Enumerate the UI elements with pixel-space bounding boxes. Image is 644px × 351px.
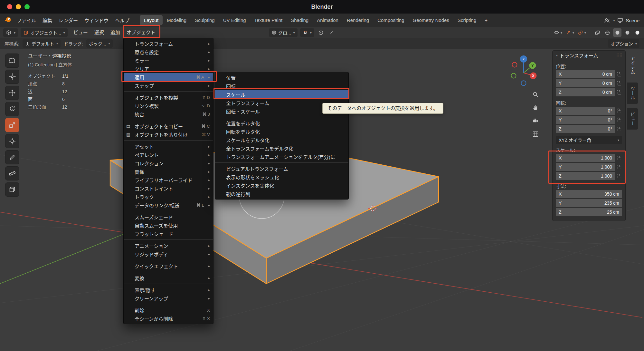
topbar-menu-3[interactable]: レンダー bbox=[55, 15, 81, 25]
workspace-tab-3[interactable]: Sculpting bbox=[191, 15, 219, 25]
camera-view-button[interactable] bbox=[531, 116, 540, 125]
editor-type-button[interactable]: ▾ bbox=[3, 28, 18, 37]
dimensions-x-field[interactable]: X350 cm bbox=[556, 190, 622, 198]
shading-material-button[interactable] bbox=[623, 28, 631, 37]
menu-item[interactable]: スケール bbox=[215, 90, 348, 99]
menu-item[interactable]: アニメーション▸ bbox=[124, 241, 213, 250]
pan-button[interactable] bbox=[531, 103, 540, 112]
sidebar-tab-1[interactable]: アイテム bbox=[627, 52, 638, 78]
transform-orientation-dropdown[interactable]: グロ... ▾ bbox=[269, 28, 298, 37]
add-cube-tool-button[interactable] bbox=[5, 182, 19, 197]
viewport-menu-3[interactable]: 追加 bbox=[107, 27, 123, 38]
lock-toggle[interactable] bbox=[616, 156, 622, 160]
viewport-menu-2[interactable]: 選択 bbox=[91, 27, 107, 38]
menu-item[interactable]: 親の逆行列 bbox=[215, 190, 348, 198]
workspace-tab-9[interactable]: Compositing bbox=[373, 15, 408, 25]
location-x-field[interactable]: X0 cm bbox=[556, 70, 615, 78]
coord-system-dropdown[interactable]: デフォルト ▾ bbox=[23, 39, 61, 48]
scene-widget[interactable]: ▾ Scene bbox=[604, 14, 639, 27]
menu-item[interactable]: 統合⌘ J bbox=[124, 110, 213, 118]
overlays-dropdown[interactable]: ▾ bbox=[577, 28, 587, 37]
drag-mode-dropdown[interactable]: ボック... ▾ bbox=[86, 39, 113, 48]
menu-item[interactable]: アセット▸ bbox=[124, 142, 213, 151]
workspace-tab-5[interactable]: Texture Paint bbox=[250, 15, 287, 25]
move-tool-button[interactable] bbox=[5, 86, 19, 100]
viewport-menu-1[interactable]: ビュー bbox=[70, 27, 91, 38]
menu-item[interactable]: トラック▸ bbox=[124, 192, 213, 201]
lock-toggle[interactable] bbox=[616, 118, 622, 122]
orthographic-toggle-button[interactable] bbox=[531, 130, 540, 139]
menu-item[interactable]: スナップ▸ bbox=[124, 81, 213, 90]
menu-item[interactable]: ミラー▸ bbox=[124, 56, 213, 64]
box-select-tool-button[interactable] bbox=[5, 54, 19, 68]
shading-wireframe-button[interactable] bbox=[603, 28, 611, 37]
menu-item[interactable]: 変換▸ bbox=[124, 274, 213, 282]
mode-dropdown[interactable]: オブジェクト... ▾ bbox=[21, 28, 68, 37]
rotation-mode-dropdown[interactable]: XYZ オイラー角 ▾ bbox=[556, 136, 622, 144]
workspace-tab-8[interactable]: Rendering bbox=[343, 15, 373, 25]
rotate-tool-button[interactable] bbox=[5, 102, 19, 116]
menu-item[interactable]: コンストレイント▸ bbox=[124, 184, 213, 192]
workspace-tab-4[interactable]: UV Editing bbox=[219, 15, 250, 25]
menu-item[interactable]: クイックエフェクト▸ bbox=[124, 262, 213, 270]
gizmo-neg-z-handle[interactable] bbox=[521, 81, 526, 86]
transform-tool-button[interactable] bbox=[5, 134, 19, 148]
options-dropdown[interactable]: オプション ▾ bbox=[608, 39, 639, 48]
lock-toggle[interactable] bbox=[616, 81, 622, 85]
lock-toggle[interactable] bbox=[616, 127, 622, 131]
menu-item[interactable]: 位置 bbox=[215, 73, 348, 82]
viewport-menu-4[interactable]: オブジェクト bbox=[123, 27, 159, 38]
menu-item[interactable]: フラットシェード bbox=[124, 229, 213, 238]
zoom-button-viewport[interactable] bbox=[531, 90, 540, 99]
blender-logo-icon[interactable] bbox=[5, 16, 12, 24]
topbar-menu-2[interactable]: 編集 bbox=[39, 15, 55, 25]
rotation-x-field[interactable]: X0° bbox=[556, 107, 615, 115]
workspace-tab-1[interactable]: Layout bbox=[140, 15, 163, 25]
annotate-tool-button[interactable] bbox=[5, 150, 19, 164]
dimensions-y-field[interactable]: Y235 cm bbox=[556, 199, 622, 207]
navigation-gizmo[interactable]: Z Y X bbox=[504, 51, 544, 91]
gizmos-dropdown[interactable]: ▾ bbox=[565, 28, 575, 37]
location-y-field[interactable]: Y0 cm bbox=[556, 79, 615, 87]
menu-item[interactable]: 表示の形状をメッシュ化 bbox=[215, 173, 348, 181]
location-z-field[interactable]: Z0 cm bbox=[556, 88, 615, 96]
menu-item[interactable]: トランスフォーム▸ bbox=[124, 39, 213, 48]
menu-item[interactable]: コレクション▸ bbox=[124, 159, 213, 167]
shading-rendered-button[interactable] bbox=[633, 28, 641, 37]
lock-toggle[interactable] bbox=[616, 72, 622, 76]
topbar-menu-5[interactable]: ヘルプ bbox=[112, 15, 133, 25]
menu-item[interactable]: インスタンスを実体化 bbox=[215, 181, 348, 190]
menu-item[interactable]: 回転 bbox=[215, 82, 348, 90]
close-button[interactable] bbox=[7, 4, 12, 9]
dimensions-z-field[interactable]: Z25 cm bbox=[556, 208, 622, 216]
workspace-tab-10[interactable]: Geometry Nodes bbox=[409, 15, 453, 25]
proportional-falloff-button[interactable] bbox=[328, 28, 336, 37]
menu-item[interactable]: オブジェクトを複製⇧ D bbox=[124, 93, 213, 102]
menu-item[interactable]: ビジュアルトランスフォーム bbox=[215, 164, 348, 173]
lock-toggle[interactable] bbox=[616, 90, 622, 94]
menu-item[interactable]: 回転をデルタ化 bbox=[215, 127, 348, 136]
menu-item[interactable]: 全トランスフォームをデルタ化 bbox=[215, 144, 348, 152]
menu-item[interactable]: 削除X bbox=[124, 306, 213, 314]
lock-toggle[interactable] bbox=[616, 109, 622, 113]
sidebar-tab-2[interactable]: ツール bbox=[627, 83, 638, 104]
menu-item[interactable]: ライブラリオーバーライド▸ bbox=[124, 176, 213, 184]
gizmo-neg-y-handle[interactable] bbox=[511, 73, 516, 78]
xray-toggle[interactable] bbox=[593, 28, 601, 37]
workspace-tab-7[interactable]: Animation bbox=[313, 15, 343, 25]
workspace-tab-2[interactable]: Modeling bbox=[163, 15, 191, 25]
cursor-tool-button[interactable] bbox=[5, 70, 19, 84]
menu-item[interactable]: ペアレント▸ bbox=[124, 151, 213, 159]
menu-item[interactable]: データのリンク/転送⌘ L▸ bbox=[124, 201, 213, 209]
transform-panel-header[interactable]: ▾ トランスフォーム ⠿⠿ bbox=[553, 51, 625, 60]
menu-item[interactable]: スムーズシェード bbox=[124, 213, 213, 221]
menu-item[interactable]: 全シーンから削除⇧ X bbox=[124, 314, 213, 323]
menu-item[interactable]: クリア▸ bbox=[124, 64, 213, 73]
menu-item[interactable]: 原点を設定▸ bbox=[124, 48, 213, 56]
lock-toggle[interactable] bbox=[616, 165, 622, 169]
scale-z-field[interactable]: Z1.000 bbox=[556, 172, 615, 180]
menu-item[interactable]: 適用⌘ A▸ bbox=[124, 73, 213, 81]
zoom-button[interactable] bbox=[24, 4, 30, 9]
sidebar-tab-3[interactable]: ビュー bbox=[627, 108, 638, 130]
menu-item[interactable]: 表示/隠す▸ bbox=[124, 286, 213, 294]
